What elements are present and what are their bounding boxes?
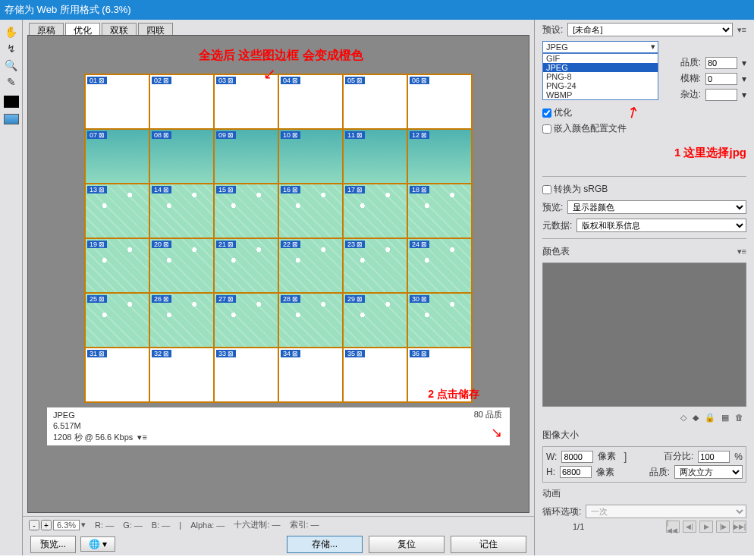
ct-icon[interactable]: ◆ [693,413,699,423]
slice-cell[interactable]: 08 [149,129,214,184]
slice-cell[interactable]: 14 [149,184,214,238]
browser-preview-button[interactable]: 🌐 ▾ [80,536,115,552]
slice-cell[interactable]: 11 [343,129,407,184]
slice-cell[interactable]: 31 [85,348,149,402]
slice-cell[interactable]: 27 [214,293,278,348]
panel-menu-icon[interactable]: ▾≡ [737,25,746,35]
zoom-value[interactable]: 6.3% [53,520,80,530]
zoom-out-button[interactable]: - [29,520,39,530]
tab-four-up[interactable]: 四联 [138,23,173,35]
slice-cell[interactable]: 10 [278,129,343,184]
slice-cell[interactable]: 33 [214,348,278,402]
slice-cell[interactable]: 35 [343,348,407,402]
convert-srgb-checkbox[interactable] [542,185,551,194]
ct-icon[interactable]: ▦ [721,413,729,423]
slice-select-tool-icon[interactable]: ↯ [2,41,20,56]
format-dropdown-list[interactable]: GIFJPEGPNG-8PNG-24WBMP [542,53,658,100]
reset-button[interactable]: 复位 [369,536,445,553]
slice-cell[interactable]: 26 [149,293,214,348]
remember-button[interactable]: 记住 [451,536,526,553]
format-option[interactable]: JPEG [543,63,658,72]
slice-cell[interactable]: 20 [149,238,214,293]
slice-cell[interactable]: 21 [214,238,278,293]
slice-cell[interactable]: 23 [343,238,407,293]
zoom-tool-icon[interactable]: 🔍 [2,58,20,73]
slice-cell[interactable]: 22 [278,238,343,293]
format-dropdown[interactable]: JPEG GIFJPEGPNG-8PNG-24WBMP [542,41,658,53]
height-input[interactable] [560,466,592,478]
slice-cell[interactable]: 24 [407,238,472,293]
slice-cell[interactable]: 12 [407,129,472,184]
slice-cell[interactable]: 34 [278,348,343,402]
format-option[interactable]: PNG-8 [543,72,658,81]
slice-label: 22 [281,241,300,248]
toggle-slice-visibility-icon[interactable] [4,114,19,124]
save-button[interactable]: 存储... [287,536,363,553]
slice-cell[interactable]: 01 [85,74,149,129]
slice-cell[interactable]: 28 [278,293,343,348]
zoom-dropdown-icon[interactable]: ▾ [81,520,86,530]
ct-icon[interactable]: 🔒 [705,413,715,423]
percent-input[interactable] [698,451,730,463]
slice-cell[interactable]: 02 [149,74,214,129]
color-swatch[interactable] [4,96,19,108]
loop-select[interactable]: 一次 [586,505,746,518]
prev-frame-button[interactable]: ◀| [683,521,696,533]
readout-alpha: Alpha: — [190,521,225,530]
last-frame-button[interactable]: ▶▶| [733,521,746,533]
slice-cell[interactable]: 16 [278,184,343,238]
first-frame-button[interactable]: |◀◀ [666,521,680,533]
slice-cell[interactable]: 07 [85,129,149,184]
slice-cell[interactable]: 17 [343,184,407,238]
dialog-buttons: 预览... 🌐 ▾ 存储... 复位 记住 [23,533,534,555]
resample-select[interactable]: 两次立方 [674,465,743,479]
preview-button[interactable]: 预览... [30,536,76,553]
slice-label: 32 [152,350,171,357]
metadata-select[interactable]: 版权和联系信息 [576,219,746,232]
zoom-control[interactable]: - + 6.3% ▾ [29,520,86,530]
slice-label: 23 [345,241,365,248]
play-button[interactable]: ▶ [699,521,713,533]
slice-cell[interactable]: 25 [85,293,149,348]
slice-cell[interactable]: 06 [407,74,472,129]
readout-hex: 十六进制: — [234,519,280,530]
tab-original[interactable]: 原稿 [29,23,64,35]
ct-icon[interactable]: ◇ [680,413,686,423]
slice-cell[interactable]: 19 [85,238,149,293]
quality2-label: 品质: [649,466,670,479]
format-option[interactable]: WBMP [543,90,658,99]
slice-cell[interactable]: 03 [214,74,278,129]
slice-cell[interactable]: 13 [85,184,149,238]
slice-cell[interactable]: 30 [407,293,472,348]
matte-swatch[interactable] [705,89,737,101]
slice-cell[interactable]: 09 [214,129,278,184]
slice-cell[interactable]: 05 [343,74,407,129]
slice-cell[interactable]: 32 [149,348,214,402]
eyedropper-tool-icon[interactable]: ✎ [2,74,20,90]
format-option[interactable]: GIF [543,54,658,63]
format-option[interactable]: PNG-24 [543,81,658,90]
slice-cell[interactable]: 15 [214,184,278,238]
preset-select[interactable]: [未命名] [567,23,732,36]
slice-cell[interactable]: 18 [407,184,472,238]
format-selected[interactable]: JPEG [542,41,658,53]
hand-tool-icon[interactable]: ✋ [2,24,20,39]
tab-optimized[interactable]: 优化 [65,23,100,35]
loop-label: 循环选项: [542,505,581,518]
tab-two-up[interactable]: 双联 [102,23,137,35]
slice-grid[interactable]: 0102030405060708091011121314151617181920… [84,74,473,403]
quality-input[interactable] [705,57,737,69]
slice-cell[interactable]: 29 [343,293,407,348]
slice-cell[interactable]: 04 [278,74,343,129]
width-input[interactable] [561,451,593,463]
zoom-in-button[interactable]: + [41,520,52,530]
optimize-checkbox[interactable] [542,109,551,118]
preview-select[interactable]: 显示器颜色 [567,200,746,214]
W-label: W: [546,451,557,462]
ct-icon[interactable]: 🗑 [735,413,743,423]
blur-input[interactable] [705,73,737,85]
colortable-menu-icon[interactable]: ▾≡ [737,247,746,256]
embed-profile-checkbox[interactable] [542,124,551,134]
next-frame-button[interactable]: |▶ [716,521,730,533]
link-bracket-icon[interactable]: ] [620,451,628,463]
